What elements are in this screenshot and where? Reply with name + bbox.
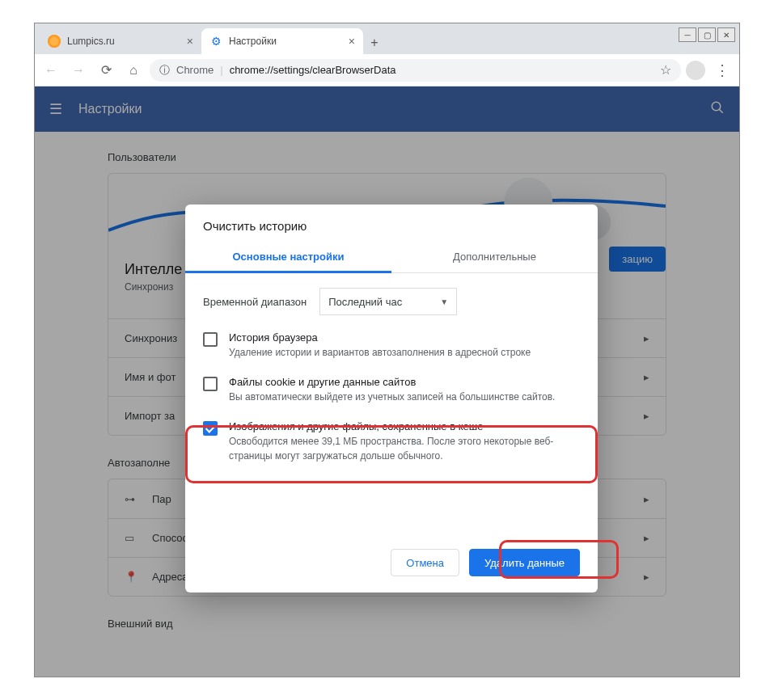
- tab-strip: Lumpics.ru × ⚙ Настройки × +: [35, 23, 739, 54]
- address-bar[interactable]: ⓘ Chrome | chrome://settings/clearBrowse…: [150, 59, 681, 82]
- close-tab-icon[interactable]: ×: [349, 35, 355, 48]
- tab-basic[interactable]: Основные настройки: [185, 242, 391, 273]
- clear-data-button[interactable]: Удалить данные: [469, 549, 580, 576]
- url-origin: Chrome: [176, 64, 214, 76]
- bookmark-star-icon[interactable]: ☆: [660, 62, 671, 78]
- maximize-button[interactable]: ▢: [698, 27, 716, 42]
- toolbar: ← → ⟳ ⌂ ⓘ Chrome | chrome://settings/cle…: [35, 54, 739, 86]
- option-title: Изображения и другие файлы, сохраненные …: [229, 420, 580, 432]
- tab-lumpics[interactable]: Lumpics.ru ×: [40, 28, 201, 54]
- dialog-title: Очистить историю: [185, 205, 598, 242]
- checkbox[interactable]: [203, 377, 218, 391]
- checkbox[interactable]: [203, 421, 218, 436]
- tab-settings[interactable]: ⚙ Настройки ×: [201, 28, 363, 54]
- tab-advanced[interactable]: Дополнительные: [391, 242, 598, 272]
- content-area: ☰ Настройки Пользователи Интелле Синхрон…: [35, 86, 739, 677]
- dialog-tabs: Основные настройки Дополнительные: [185, 242, 598, 273]
- url-path: chrome://settings/clearBrowserData: [230, 64, 396, 76]
- clear-history-dialog: Очистить историю Основные настройки Допо…: [185, 205, 598, 592]
- close-window-button[interactable]: ✕: [717, 27, 735, 42]
- option-cached-images[interactable]: Изображения и другие файлы, сохраненные …: [185, 412, 598, 471]
- dialog-actions: Отмена Удалить данные: [185, 538, 598, 592]
- time-range-row: Временной диапазон Последний час ▼: [185, 273, 598, 323]
- settings-favicon-icon: ⚙: [209, 35, 222, 48]
- new-tab-button[interactable]: +: [363, 32, 386, 54]
- window-controls: ─ ▢ ✕: [679, 27, 735, 42]
- favicon-icon: [48, 35, 61, 48]
- option-title: История браузера: [229, 331, 531, 344]
- option-cookies[interactable]: Файлы cookie и другие данные сайтов Вы а…: [185, 368, 598, 412]
- chevron-down-icon: ▼: [440, 297, 448, 306]
- back-button[interactable]: ←: [40, 59, 62, 82]
- option-desc: Вы автоматически выйдете из учетных запи…: [229, 390, 555, 404]
- minimize-button[interactable]: ─: [679, 27, 696, 42]
- cancel-button[interactable]: Отмена: [391, 549, 459, 576]
- site-info-icon[interactable]: ⓘ: [159, 63, 170, 78]
- option-desc: Освободится менее 39,1 МБ пространства. …: [229, 434, 580, 463]
- browser-window: ─ ▢ ✕ Lumpics.ru × ⚙ Настройки × + ← → ⟳…: [34, 23, 740, 677]
- menu-button[interactable]: ⋮: [710, 61, 734, 79]
- time-range-label: Временной диапазон: [203, 296, 307, 308]
- close-tab-icon[interactable]: ×: [187, 35, 193, 48]
- profile-avatar[interactable]: [686, 61, 705, 80]
- option-title: Файлы cookie и другие данные сайтов: [229, 376, 555, 388]
- home-button[interactable]: ⌂: [122, 59, 145, 82]
- option-desc: Удаление истории и вариантов автозаполне…: [229, 345, 531, 360]
- tab-title: Настройки: [229, 36, 277, 47]
- tab-title: Lumpics.ru: [67, 36, 115, 47]
- checkbox[interactable]: [203, 332, 218, 347]
- time-range-dropdown[interactable]: Последний час ▼: [319, 288, 457, 315]
- reload-button[interactable]: ⟳: [95, 59, 117, 82]
- option-browsing-history[interactable]: История браузера Удаление истории и вари…: [185, 323, 598, 368]
- forward-button[interactable]: →: [67, 59, 90, 82]
